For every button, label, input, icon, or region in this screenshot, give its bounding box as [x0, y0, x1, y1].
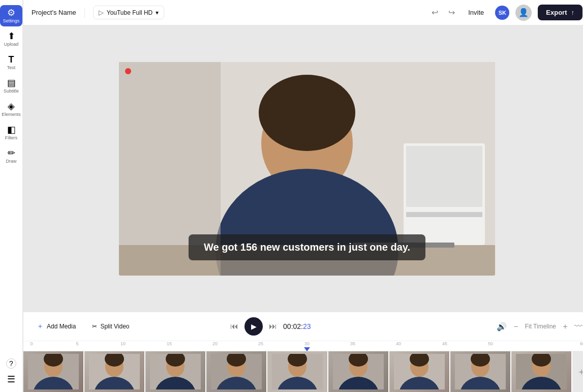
- export-icon: ↑: [571, 9, 575, 16]
- film-frame-1: [23, 351, 84, 392]
- sidebar-item-label: Upload: [4, 42, 19, 47]
- ruler-mark-45: 45: [442, 341, 447, 346]
- fit-timeline-label: Fit Timeline: [525, 323, 556, 330]
- film-frame-6: [328, 351, 389, 392]
- volume-icon[interactable]: 🔊: [497, 322, 507, 331]
- export-button[interactable]: Export ↑: [538, 5, 582, 20]
- sidebar-item-elements[interactable]: ◈ Elements: [0, 99, 22, 120]
- sidebar-item-text[interactable]: T Text: [0, 52, 22, 73]
- user-initials: SK: [495, 6, 509, 20]
- timeline-ruler: 0 5 10 15 20 25 30 35 40 45 50 60: [23, 341, 583, 351]
- settings-icon: ⚙: [7, 8, 15, 17]
- film-frame-4: [206, 351, 267, 392]
- project-name: Project's Name: [32, 9, 76, 16]
- film-frame-9: [511, 351, 572, 392]
- ruler-mark-30: 30: [304, 341, 310, 346]
- format-button[interactable]: ▷ YouTube Full HD ▾: [93, 6, 165, 19]
- sidebar-item-draw[interactable]: ✏ Draw: [0, 145, 22, 167]
- video-canvas: We got 156 new customers in just one day…: [119, 62, 495, 276]
- ruler-mark-40: 40: [396, 341, 401, 346]
- feedback-icon: ☰: [7, 375, 15, 384]
- divider: [84, 8, 85, 18]
- ruler-mark-60: 60: [580, 341, 583, 346]
- main-content: Project's Name ▷ YouTube Full HD ▾ ↩ ↪ I…: [23, 0, 583, 392]
- playback-controls: ⏮ ▶ ⏭ 00:02:23: [230, 317, 311, 336]
- format-chevron-icon: ▾: [156, 9, 159, 16]
- elements-icon: ◈: [8, 102, 15, 111]
- filmstrip: ＋: [23, 351, 583, 392]
- add-media-button[interactable]: ＋ Add Media: [32, 319, 81, 334]
- ruler-marks: 0 5 10 15 20 25 30 35 40 45 50 60: [32, 341, 582, 351]
- ruler-mark-20: 20: [212, 341, 218, 346]
- sidebar-item-feedback[interactable]: ☰: [0, 372, 22, 387]
- zoom-in-button[interactable]: ＋: [561, 321, 569, 332]
- sidebar-item-settings[interactable]: ⚙ Settings: [0, 5, 22, 26]
- film-frame-2: [84, 351, 145, 392]
- topbar-right: ↩ ↪ Invite SK 👤 Export ↑: [429, 5, 582, 21]
- ruler-mark-15: 15: [167, 341, 172, 346]
- sidebar: ⚙ Settings ⬆ Upload T Text ▤ Subtitle ◈ …: [0, 0, 23, 392]
- redo-button[interactable]: ↪: [446, 6, 457, 19]
- avatar: 👤: [515, 5, 532, 21]
- sidebar-item-filters[interactable]: ◧ Filters: [0, 122, 22, 143]
- ruler-mark-25: 25: [258, 341, 263, 346]
- plus-icon: ＋: [37, 322, 44, 331]
- ruler-mark-50: 50: [488, 341, 493, 346]
- timeline-section: ＋ Add Media ✂ Split Video ⏮ ▶ ⏭ 00:02:23…: [23, 312, 583, 392]
- add-clip-button[interactable]: ＋: [572, 351, 583, 392]
- recording-indicator: [125, 68, 131, 74]
- svg-point-4: [259, 75, 355, 151]
- export-label: Export: [546, 9, 567, 16]
- skip-forward-button[interactable]: ⏭: [269, 322, 277, 331]
- sidebar-item-label: Text: [7, 65, 16, 70]
- time-elapsed: 00:02:: [283, 322, 303, 330]
- text-icon: T: [9, 55, 14, 64]
- ruler-mark-10: 10: [120, 341, 126, 346]
- subtitle-icon: ▤: [7, 78, 16, 87]
- film-frame-5: [267, 351, 328, 392]
- play-button[interactable]: ▶: [244, 317, 263, 336]
- subtitle-text: We got 156 new customers in just one day…: [204, 242, 410, 253]
- film-frame-3: [145, 351, 206, 392]
- split-video-label: Split Video: [100, 323, 129, 330]
- ruler-mark-35: 35: [350, 341, 355, 346]
- canvas-area: We got 156 new customers in just one day…: [23, 25, 583, 312]
- ruler-mark-5: 5: [76, 341, 78, 346]
- skip-back-button[interactable]: ⏮: [230, 322, 238, 331]
- time-display: 00:02:23: [283, 322, 311, 330]
- filters-icon: ◧: [7, 125, 16, 134]
- sidebar-item-label: Filters: [5, 135, 18, 140]
- sidebar-item-label: Settings: [3, 18, 20, 23]
- upload-icon: ⬆: [8, 32, 15, 41]
- add-media-label: Add Media: [47, 323, 76, 330]
- split-video-button[interactable]: ✂ Split Video: [87, 320, 134, 333]
- zoom-out-button[interactable]: －: [512, 321, 520, 332]
- waveform-icon[interactable]: 〰: [574, 322, 582, 331]
- sidebar-item-label: Draw: [6, 159, 16, 164]
- help-icon: ?: [6, 358, 16, 369]
- sidebar-item-label: Elements: [2, 112, 21, 117]
- sidebar-item-help[interactable]: ?: [0, 355, 22, 372]
- timeline-right: 🔊 － Fit Timeline ＋ 〰: [497, 321, 582, 332]
- subtitle-bar: We got 156 new customers in just one day…: [189, 234, 425, 260]
- sidebar-item-subtitle[interactable]: ▤ Subtitle: [0, 75, 22, 97]
- draw-icon: ✏: [8, 148, 15, 158]
- time-current: 23: [303, 322, 311, 330]
- topbar: Project's Name ▷ YouTube Full HD ▾ ↩ ↪ I…: [23, 0, 583, 25]
- film-frame-7: [389, 351, 450, 392]
- scissors-icon: ✂: [92, 323, 97, 330]
- format-label: YouTube Full HD: [107, 9, 153, 16]
- svg-rect-10: [406, 212, 482, 217]
- sidebar-item-upload[interactable]: ⬆ Upload: [0, 28, 22, 50]
- video-icon: ▷: [99, 9, 104, 16]
- undo-button[interactable]: ↩: [429, 6, 440, 19]
- invite-button[interactable]: Invite: [463, 6, 489, 19]
- svg-rect-9: [406, 146, 482, 207]
- playhead[interactable]: [304, 347, 310, 351]
- ruler-mark-0: 0: [30, 341, 33, 346]
- sidebar-item-label: Subtitle: [4, 88, 19, 94]
- film-frame-8: [450, 351, 511, 392]
- timeline-controls: ＋ Add Media ✂ Split Video ⏮ ▶ ⏭ 00:02:23…: [23, 312, 583, 341]
